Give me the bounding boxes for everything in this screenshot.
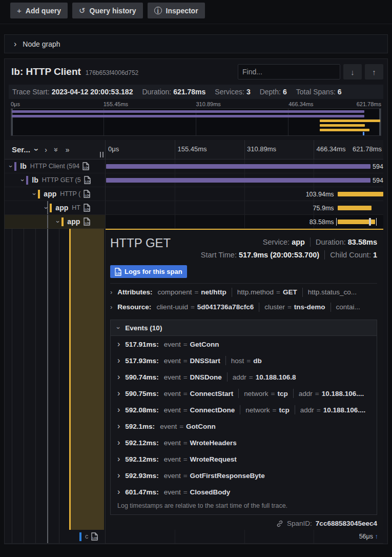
span-bar[interactable] xyxy=(338,206,372,210)
trace-meta-item: Duration:621.78ms xyxy=(142,88,205,96)
duration-label: 75.9ms xyxy=(313,205,334,212)
event-row[interactable]: ›592.12ms:event=WroteHeaders xyxy=(111,434,377,451)
indent-guide xyxy=(59,530,59,543)
trace-meta-item: Services:3 xyxy=(215,88,250,96)
next-result-button[interactable]: ↓ xyxy=(343,64,362,79)
span-bar[interactable] xyxy=(106,178,370,183)
duration-label: 103.94ms xyxy=(306,191,334,198)
service-accent xyxy=(79,532,81,541)
event-row[interactable]: ›592.93ms:event=GotFirstResponseByte xyxy=(111,467,377,484)
span-id-row: SpanID: 7cc688583045eec4 xyxy=(110,520,377,527)
divider xyxy=(331,303,331,312)
event-row[interactable]: ›517.91ms:event=GetConn xyxy=(111,336,377,352)
span-row-label[interactable]: ›appLOG xyxy=(5,215,106,229)
attribute-key: event xyxy=(164,472,181,480)
resource-row[interactable]: ›Resource:client-uuid=5d041736a78cfc6clu… xyxy=(110,300,377,314)
event-timestamp: 592.08ms: xyxy=(125,406,158,414)
event-row[interactable]: ›592.12ms:event=WroteRequest xyxy=(111,451,377,467)
span-bar[interactable] xyxy=(338,192,383,196)
span-row[interactable]: ›appHTTP (LOG103.94ms xyxy=(5,187,383,201)
minimap-right-handle[interactable] xyxy=(379,109,381,135)
attribute-key: host xyxy=(231,357,244,365)
attribute-key: event xyxy=(164,439,181,447)
log-icon[interactable]: LOG xyxy=(115,268,121,276)
attribute-pair: component=net/http xyxy=(158,288,226,296)
attributes-row[interactable]: ›Attributes:component=net/httphttp.metho… xyxy=(110,285,377,300)
minimap-bar[interactable] xyxy=(320,129,369,131)
range-scrubber[interactable] xyxy=(376,218,377,226)
minimap-tick: 621.78ms xyxy=(357,101,381,107)
range-scrubber[interactable] xyxy=(336,218,337,226)
add-query-button[interactable]: +Add query xyxy=(10,3,68,18)
equals-sign: = xyxy=(249,373,253,381)
span-row-label[interactable]: ›lbHTTP GET (5LOG xyxy=(5,173,106,187)
divider xyxy=(310,237,311,247)
range-scrubber-handle[interactable] xyxy=(369,218,371,226)
minimap-bar[interactable] xyxy=(320,124,365,127)
minimap-canvas[interactable] xyxy=(11,108,381,136)
collapse-one-icon[interactable]: › xyxy=(45,146,47,154)
event-row[interactable]: ›592.1ms:event=GotConn xyxy=(111,418,377,434)
event-row[interactable]: ›517.93ms:event=DNSStarthost=db xyxy=(111,352,377,369)
svg-text:LOG: LOG xyxy=(85,194,91,197)
span-table: Ser... › › » » 0μs155.45ms310.89ms466.34… xyxy=(5,140,387,544)
span-row-timeline[interactable]: 594 xyxy=(106,173,383,187)
log-icon[interactable]: LOG xyxy=(84,176,91,184)
event-row[interactable]: ›601.47ms:event=ClosedBody xyxy=(111,484,377,500)
timeline-tick: 0μs xyxy=(108,145,119,153)
span-row-label[interactable]: ›lbHTTP Client (594LOG xyxy=(5,160,106,173)
row-chevron-icon[interactable]: › xyxy=(31,193,38,195)
log-icon[interactable]: LOG xyxy=(84,204,90,212)
span-row-label[interactable]: ›appHTLOG xyxy=(5,201,106,215)
bottom-row-timeline[interactable]: 56μs ↑ xyxy=(106,530,383,544)
span-row-timeline[interactable]: 103.94ms xyxy=(106,187,383,201)
equals-sign: = xyxy=(183,390,188,397)
minimap-bar[interactable] xyxy=(320,120,380,122)
events-header[interactable]: › Events (10) xyxy=(111,320,377,336)
service-accent xyxy=(50,204,52,212)
event-row[interactable]: ›590.74ms:event=DNSDoneaddr=10.188.106.8 xyxy=(111,369,377,385)
log-icon[interactable]: LOG xyxy=(84,217,90,226)
log-icon[interactable]: LOG xyxy=(91,532,98,541)
find-input[interactable] xyxy=(238,64,340,79)
bottom-span-row[interactable]: cLOG 56μs ↑ xyxy=(5,530,383,544)
column-resize-handle[interactable] xyxy=(100,152,104,157)
event-row[interactable]: ›590.75ms:event=ConnectStartnetwork=tcpa… xyxy=(111,385,377,402)
minimap-bar[interactable] xyxy=(363,132,364,135)
event-timestamp: 590.75ms: xyxy=(125,390,158,397)
query-history-button[interactable]: ↺Query history xyxy=(72,3,143,18)
span-row-timeline[interactable]: 75.9ms xyxy=(106,201,383,215)
row-chevron-icon[interactable]: › xyxy=(19,179,26,181)
span-bar[interactable] xyxy=(106,164,370,169)
minimap-bar[interactable] xyxy=(12,115,364,117)
collapse-all-icon[interactable]: » xyxy=(52,148,60,152)
log-icon[interactable]: LOG xyxy=(82,162,89,170)
trace-meta-value: 3 xyxy=(246,88,251,96)
equals-sign: = xyxy=(183,455,188,463)
attribute-pair: http.method=GET xyxy=(237,288,297,296)
span-row[interactable]: ›lbHTTP Client (594LOG594 xyxy=(5,160,383,173)
row-chevron-icon[interactable]: › xyxy=(8,165,14,167)
row-chevron-icon[interactable]: › xyxy=(43,207,50,209)
log-icon[interactable]: LOG xyxy=(84,190,90,198)
expand-all-icon[interactable]: » xyxy=(66,146,70,154)
inspector-button[interactable]: iInspector xyxy=(148,3,205,18)
attribute-pair: event=DNSDone xyxy=(164,373,222,381)
span-row[interactable]: ›appHTLOG75.9ms xyxy=(5,201,383,215)
minimap-bar[interactable] xyxy=(12,110,364,113)
span-row[interactable]: ›lbHTTP GET (5LOG594 xyxy=(5,173,383,187)
node-graph-panel[interactable]: › Node graph xyxy=(4,34,388,53)
service-name: lb xyxy=(32,176,38,184)
span-row[interactable]: ›appLOG83.58ms xyxy=(5,215,383,229)
trace-minimap[interactable]: 0μs155.45ms310.89ms466.34ms621.78ms xyxy=(11,101,381,136)
event-row[interactable]: ›592.08ms:event=ConnectDonenetwork=tcpad… xyxy=(111,402,377,418)
span-row-timeline[interactable]: 594 xyxy=(106,160,383,173)
row-chevron-icon[interactable]: › xyxy=(55,221,61,223)
logs-for-span-button[interactable]: LOGLogs for this span xyxy=(110,265,187,278)
chevron-right-icon: › xyxy=(117,439,120,447)
service-header-dropdown[interactable]: Ser... › xyxy=(12,145,37,154)
span-row-timeline[interactable]: 83.58ms xyxy=(106,215,383,229)
attribute-key: addr xyxy=(299,390,313,397)
span-row-label[interactable]: ›appHTTP (LOG xyxy=(5,187,106,201)
prev-result-button[interactable]: ↑ xyxy=(365,64,383,79)
